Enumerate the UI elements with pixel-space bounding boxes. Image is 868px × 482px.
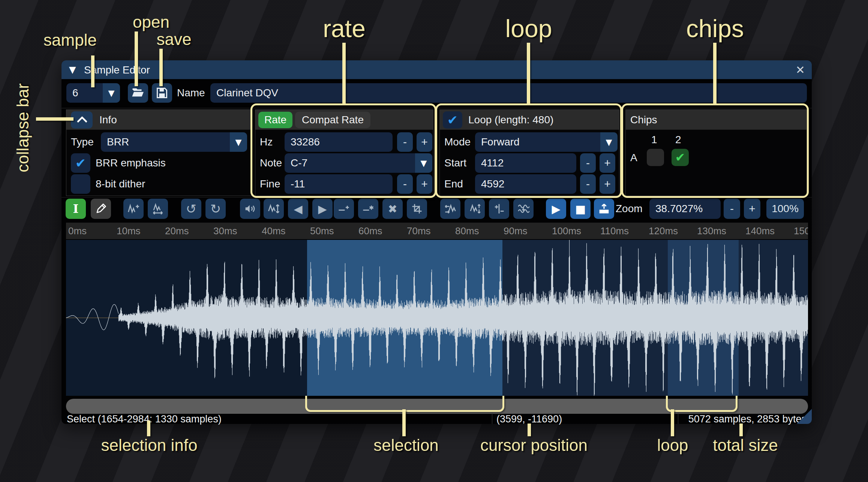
upload-wave-icon — [598, 203, 610, 214]
draw-tool-button[interactable] — [91, 199, 111, 219]
check-icon: ✔ — [75, 156, 86, 171]
minus-icon: - — [730, 202, 734, 215]
ruler-tick: 10ms — [117, 225, 141, 237]
ruler-tick: 90ms — [504, 225, 528, 237]
play-button[interactable]: ▶ — [546, 199, 566, 219]
status-divider — [678, 413, 678, 424]
info-header: Info — [66, 110, 252, 130]
open-sample-button[interactable] — [128, 83, 148, 103]
resample-button[interactable] — [148, 199, 168, 219]
zoom-reset-button[interactable]: 100% — [766, 199, 804, 219]
annotation-box-loop — [435, 103, 622, 198]
info-section: Info Type BRR ▼ ✔ BRR emphasis 8-bit dit… — [66, 109, 252, 196]
annotation-selection-info-label: selection info — [101, 436, 198, 455]
annotation-save-label: save — [157, 30, 192, 49]
wave-plus-icon — [127, 203, 139, 214]
apply-silence-button[interactable] — [358, 199, 378, 219]
line-plus-icon — [338, 203, 350, 214]
save-floppy-icon — [156, 87, 168, 99]
resize-grip[interactable] — [797, 409, 812, 424]
zoom-value: 38.7027% — [655, 203, 703, 215]
speaker-icon — [244, 203, 256, 214]
ibeam-cursor-icon: I — [73, 202, 79, 216]
fade-out-icon: ▶ — [318, 202, 327, 216]
undo-icon: ↺ — [186, 201, 197, 216]
fade-in-button[interactable]: ◀ — [288, 199, 308, 219]
plus-minus-icon — [493, 203, 505, 214]
create-wave-button[interactable] — [594, 199, 614, 219]
sign-button[interactable] — [489, 199, 509, 219]
timeline-ruler[interactable]: 0ms 10ms 20ms 30ms 40ms 50ms 60ms 70ms 8… — [66, 223, 808, 239]
annotation-total-size-label: total size — [713, 436, 778, 455]
ruler-tick: 60ms — [358, 225, 382, 237]
type-label: Type — [71, 132, 94, 152]
annotation-cursor-position-label: cursor position — [480, 436, 588, 455]
type-dropdown[interactable]: BRR ▼ — [101, 132, 247, 152]
annotation-line-collapse-bar — [36, 117, 73, 121]
ruler-tick: 20ms — [165, 225, 189, 237]
ruler-tick: 30ms — [213, 225, 237, 237]
collapse-bar-button[interactable] — [71, 111, 93, 129]
8bit-dither-label: 8-bit dither — [96, 174, 145, 194]
annotation-rate-label: rate — [323, 14, 366, 43]
annotation-open-label: open — [133, 13, 169, 31]
annotation-line-loop — [527, 43, 530, 105]
annotation-loop-label: loop — [505, 14, 552, 43]
zoom-value-field[interactable]: 38.7027% — [649, 199, 721, 219]
undo-button[interactable]: ↺ — [181, 199, 201, 219]
sample-number-value: 6 — [72, 83, 78, 103]
annotation-line-total-size — [739, 424, 743, 436]
delete-button[interactable]: ✖ — [382, 199, 403, 219]
ruler-tick: 70ms — [407, 225, 431, 237]
status-bar: Select (1654-2984: 1330 samples) (3599, … — [61, 413, 812, 424]
fade-in-icon: ◀ — [294, 202, 302, 216]
chevron-down-icon[interactable]: ▼ — [103, 83, 120, 103]
redo-button[interactable]: ↻ — [205, 199, 226, 219]
filter-button[interactable] — [513, 199, 534, 219]
8bit-dither-checkbox[interactable] — [71, 174, 90, 194]
normalize-button[interactable] — [264, 199, 284, 219]
annotation-bracket-loop — [666, 396, 738, 412]
close-icon[interactable]: ✕ — [796, 63, 805, 76]
zoom-out-button[interactable]: - — [724, 199, 740, 219]
open-folder-icon — [132, 87, 144, 99]
trim-button[interactable] — [407, 199, 427, 219]
ruler-tick: 0ms — [68, 225, 87, 237]
annotation-box-chips — [621, 103, 809, 198]
ruler-tick: 100ms — [552, 225, 581, 237]
screenshot-stage: ▼ Sample Editor ✕ 6 ▼ Name Clarinet DQV — [0, 0, 868, 482]
annotation-line-selection-info — [147, 421, 150, 436]
ruler-tick: 130ms — [697, 225, 726, 237]
ruler-tick: 80ms — [455, 225, 479, 237]
annotation-box-rate — [250, 103, 436, 198]
zoom-in-button[interactable]: + — [744, 199, 760, 219]
redo-icon: ↻ — [210, 201, 221, 216]
insert-silence-button[interactable] — [334, 199, 354, 219]
stop-button[interactable]: ■ — [570, 199, 591, 219]
wave-stretch-icon — [152, 203, 164, 214]
waveform-canvas[interactable] — [66, 240, 808, 396]
window-collapse-triangle-icon[interactable]: ▼ — [69, 64, 76, 75]
annotation-line-loop-bottom — [671, 409, 674, 436]
crop-icon — [411, 203, 423, 214]
annotation-line-rate — [342, 43, 346, 105]
brr-emphasis-checkbox[interactable]: ✔ — [71, 153, 90, 173]
brr-emphasis-label: BRR emphasis — [96, 153, 166, 173]
annotation-line-sample — [91, 55, 94, 87]
invert-button[interactable] — [465, 199, 485, 219]
chevron-up-icon — [77, 116, 87, 127]
window-titlebar[interactable]: ▼ Sample Editor ✕ — [61, 60, 812, 79]
fade-out-button[interactable]: ▶ — [312, 199, 333, 219]
resize-button[interactable] — [123, 199, 144, 219]
status-total-size: 5072 samples, 2853 bytes — [688, 413, 807, 425]
name-field[interactable]: Clarinet DQV — [210, 83, 807, 103]
annotation-line-open — [135, 31, 138, 86]
chevron-down-icon[interactable]: ▼ — [230, 132, 247, 152]
zoom-label: Zoom — [616, 199, 643, 219]
wave-left-arrows-icon — [444, 203, 456, 214]
reverse-button[interactable] — [440, 199, 460, 219]
amplify-button[interactable] — [240, 199, 260, 219]
ruler-tick: 150ms — [794, 225, 808, 237]
select-tool-button[interactable]: I — [66, 199, 86, 219]
ruler-tick: 140ms — [745, 225, 775, 237]
